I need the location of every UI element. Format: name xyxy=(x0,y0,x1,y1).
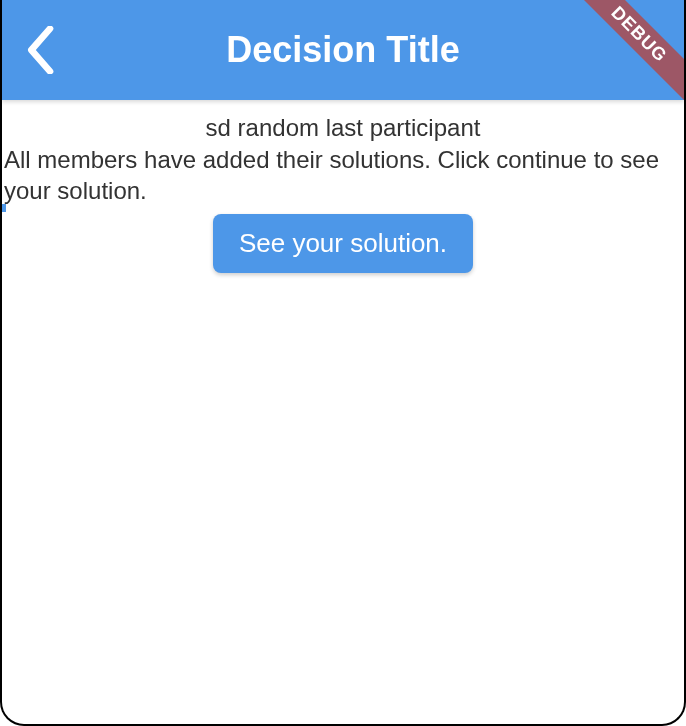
back-button[interactable] xyxy=(26,26,58,74)
instruction-text: All members have added their solutions. … xyxy=(2,144,684,206)
edge-indicator xyxy=(2,204,6,212)
app-bar: Decision Title DEBUG xyxy=(2,0,684,100)
chevron-left-icon xyxy=(26,26,58,74)
participant-text: sd random last participant xyxy=(2,114,684,142)
see-solution-button[interactable]: See your solution. xyxy=(213,214,473,273)
debug-banner: DEBUG xyxy=(562,0,686,112)
page-title: Decision Title xyxy=(226,29,459,71)
main-content: sd random last participant All members h… xyxy=(2,100,684,273)
